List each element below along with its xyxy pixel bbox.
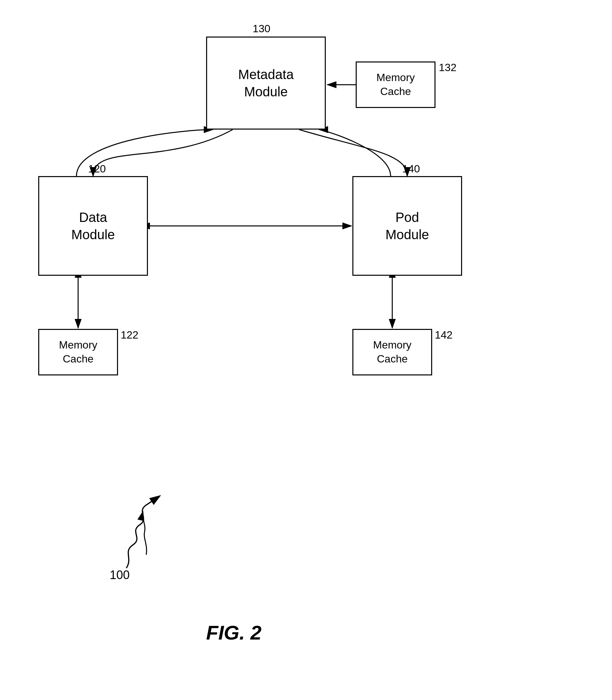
memory-cache-122-label: Memory Cache — [59, 338, 97, 366]
data-module-box: Data Module — [38, 176, 148, 276]
ref-132-label: 132 — [439, 61, 456, 74]
ref-142-label: 142 — [435, 329, 453, 341]
memory-cache-142-box: Memory Cache — [352, 329, 432, 375]
ref-122-label: 122 — [121, 329, 138, 341]
squiggle-arrow — [116, 495, 169, 571]
pod-module-box: Pod Module — [352, 176, 462, 276]
pod-module-label: Pod Module — [385, 209, 429, 243]
metadata-module-label: Metadata Module — [238, 66, 294, 100]
figure-label: FIG. 2 — [206, 621, 262, 644]
metadata-module-box: Metadata Module — [206, 37, 326, 130]
ref-100-label: 100 — [110, 568, 130, 582]
ref-130-label: 130 — [253, 23, 270, 35]
ref-140-label: 140 — [402, 163, 420, 175]
memory-cache-132-label: Memory Cache — [376, 71, 415, 98]
memory-cache-142-label: Memory Cache — [373, 338, 412, 366]
memory-cache-122-box: Memory Cache — [38, 329, 118, 375]
memory-cache-132-box: Memory Cache — [356, 61, 435, 108]
ref-120-label: 120 — [88, 163, 106, 175]
data-module-label: Data Module — [71, 209, 115, 243]
diagram: Metadata Module 130 Memory Cache 132 Dat… — [0, 0, 612, 700]
